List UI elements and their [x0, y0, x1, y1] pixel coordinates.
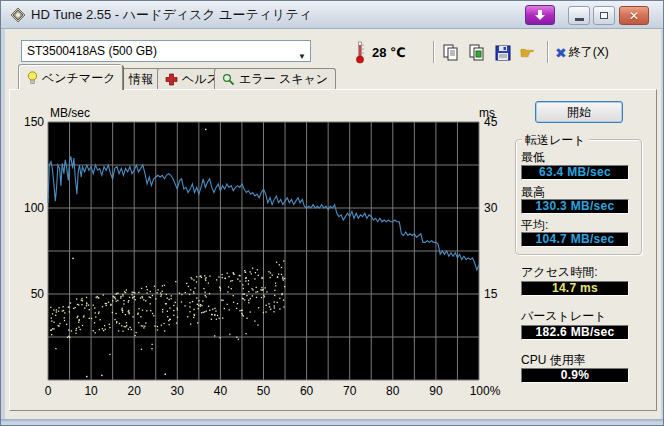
avg-value: 104.7 MB/sec	[521, 232, 629, 247]
svg-text:80: 80	[386, 384, 400, 398]
max-value: 130.3 MB/sec	[521, 199, 629, 214]
toolbar-separator	[547, 41, 549, 63]
magnifier-icon	[222, 73, 235, 86]
start-button[interactable]: 開始	[535, 101, 623, 123]
min-label: 最低	[521, 149, 545, 166]
svg-text:70: 70	[343, 384, 357, 398]
svg-text:20: 20	[128, 384, 142, 398]
close-icon: ✕	[629, 10, 639, 22]
hd-tune-window: HD Tune 2.55 - ハードディスク ユーティリティ ✕ ST35004…	[0, 0, 664, 426]
svg-text:15: 15	[484, 287, 498, 301]
titlebar[interactable]: HD Tune 2.55 - ハードディスク ユーティリティ ✕	[1, 1, 664, 29]
copy-image-button[interactable]	[466, 42, 488, 64]
burst-rate-value: 182.6 MB/sec	[521, 325, 629, 340]
svg-text:10: 10	[84, 384, 98, 398]
download-arrow-icon	[533, 9, 547, 21]
transfer-rate-group-label: 転送レート	[522, 132, 589, 149]
exit-x-icon: ✖	[555, 46, 567, 60]
temperature-label: 28 ℃	[372, 45, 406, 60]
hand-icon: ☛	[519, 43, 534, 63]
options-button[interactable]: ☛	[516, 42, 538, 64]
drive-select[interactable]: ST3500418AS (500 GB) ▼	[21, 40, 311, 62]
svg-text:100: 100	[24, 201, 44, 215]
svg-text:90: 90	[429, 384, 443, 398]
tab-error-scan[interactable]: エラー スキャン	[214, 68, 336, 89]
tab-benchmark[interactable]: ベンチマーク	[19, 65, 123, 90]
minimize-icon	[575, 18, 584, 21]
tab-label: 情報	[129, 71, 153, 88]
svg-text:30: 30	[484, 201, 498, 215]
restore-icon	[600, 12, 608, 19]
app-icon	[10, 7, 26, 23]
window-frame	[1, 29, 5, 419]
window-frame	[1, 419, 664, 426]
tab-label: エラー スキャン	[239, 71, 328, 88]
restore-button[interactable]	[593, 6, 615, 25]
cpu-usage-value: 0.9%	[521, 368, 629, 383]
close-button[interactable]: ✕	[619, 6, 649, 25]
save-icon	[494, 44, 512, 62]
svg-text:150: 150	[24, 115, 44, 129]
exit-label: 終了(X)	[569, 44, 609, 61]
benchmark-chart: MB/secms15010050453015010203040506070809…	[9, 89, 501, 411]
svg-text:0: 0	[45, 384, 52, 398]
cpu-usage-label: CPU 使用率	[521, 352, 586, 369]
copy-button[interactable]	[440, 42, 462, 64]
minimize-button[interactable]	[568, 6, 590, 25]
access-time-value: 14.7 ms	[521, 281, 629, 296]
svg-text:100%: 100%	[470, 384, 501, 398]
svg-text:50: 50	[257, 384, 271, 398]
copy-image-icon	[468, 44, 486, 62]
exit-button[interactable]: ✖ 終了(X)	[555, 44, 609, 61]
svg-text:45: 45	[484, 115, 498, 129]
download-button[interactable]	[525, 5, 555, 25]
min-value: 63.4 MB/sec	[521, 165, 629, 180]
burst-rate-label: バーストレート	[521, 308, 606, 325]
svg-text:60: 60	[300, 384, 314, 398]
thermometer-icon	[354, 41, 366, 64]
health-cross-icon	[165, 73, 178, 86]
chevron-down-icon[interactable]: ▼	[298, 47, 306, 67]
bulb-icon	[27, 71, 38, 85]
svg-text:MB/sec: MB/sec	[50, 106, 90, 120]
save-button[interactable]	[492, 42, 514, 64]
window-title: HD Tune 2.55 - ハードディスク ユーティリティ	[31, 1, 312, 29]
drive-select-value: ST3500418AS (500 GB)	[27, 44, 157, 58]
copy-icon	[442, 44, 460, 62]
svg-text:30: 30	[171, 384, 185, 398]
access-time-label: アクセス時間:	[521, 264, 597, 281]
svg-text:50: 50	[31, 287, 45, 301]
toolbar-separator	[433, 41, 435, 63]
svg-text:40: 40	[214, 384, 228, 398]
tab-label: ベンチマーク	[42, 70, 115, 87]
